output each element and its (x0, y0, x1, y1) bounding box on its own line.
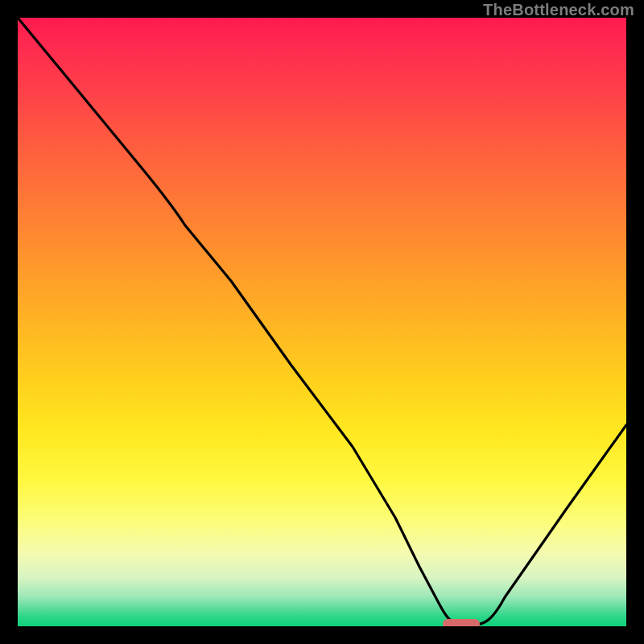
optimal-marker (443, 619, 480, 626)
chart-svg (18, 18, 626, 626)
bottleneck-curve (18, 18, 626, 625)
plot-area (18, 18, 626, 626)
chart-container: TheBottleneck.com (0, 0, 644, 644)
watermark-text: TheBottleneck.com (483, 1, 634, 19)
